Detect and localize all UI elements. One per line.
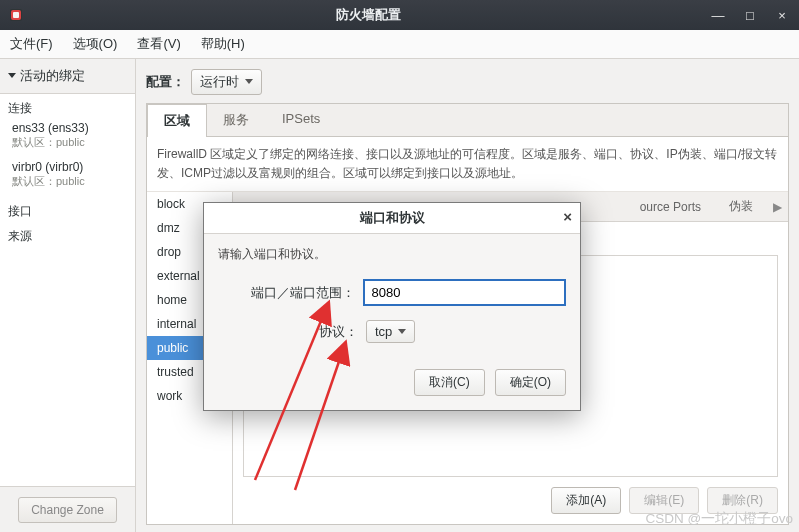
subtab-source-ports[interactable]: ource Ports <box>626 194 715 220</box>
sidebar-active-bindings[interactable]: 活动的绑定 <box>0 59 135 93</box>
sidebar-connection-name: ens33 (ens33) <box>12 121 127 135</box>
window-minimize-icon[interactable]: — <box>711 8 725 23</box>
sidebar-connection-zone: 默认区：public <box>12 174 127 189</box>
ok-button[interactable]: 确定(O) <box>495 369 566 396</box>
cancel-button[interactable]: 取消(C) <box>414 369 485 396</box>
window-titlebar: 防火墙配置 — □ × <box>0 0 799 30</box>
sidebar-connection-item[interactable]: ens33 (ens33) 默认区：public <box>0 119 135 158</box>
sidebar-connection-zone: 默认区：public <box>12 135 127 150</box>
menu-file[interactable]: 文件(F) <box>6 33 57 55</box>
sidebar-interfaces-label: 接口 <box>0 197 135 222</box>
menubar: 文件(F) 选项(O) 查看(V) 帮助(H) <box>0 30 799 59</box>
sidebar-connections-label: 连接 <box>0 94 135 119</box>
config-runtime-dropdown[interactable]: 运行时 <box>191 69 262 95</box>
protocol-value: tcp <box>375 324 392 339</box>
tab-ipsets[interactable]: IPSets <box>266 104 337 136</box>
port-range-label: 端口／端口范围： <box>218 284 363 302</box>
subtab-masquerade[interactable]: 伪装 <box>715 192 767 221</box>
dialog-prompt: 请输入端口和协议。 <box>218 246 566 263</box>
tab-zone[interactable]: 区域 <box>147 104 207 137</box>
port-range-input[interactable] <box>363 279 566 306</box>
config-label: 配置： <box>146 73 185 91</box>
window-close-icon[interactable]: × <box>775 8 789 23</box>
menu-options[interactable]: 选项(O) <box>69 33 122 55</box>
config-runtime-value: 运行时 <box>200 73 239 91</box>
top-tabs: 区域 服务 IPSets <box>147 104 788 137</box>
svg-rect-2 <box>13 12 19 18</box>
subtab-scroll-right-icon[interactable]: ▶ <box>767 196 788 218</box>
sidebar-connection-name: virbr0 (virbr0) <box>12 160 127 174</box>
watermark: CSDN @一坨小橙子ovo <box>646 510 793 528</box>
window-title: 防火墙配置 <box>26 6 711 24</box>
tab-services[interactable]: 服务 <box>207 104 266 136</box>
protocol-dropdown[interactable]: tcp <box>366 320 415 343</box>
dialog-title-text: 端口和协议 <box>360 209 425 227</box>
menu-view[interactable]: 查看(V) <box>133 33 184 55</box>
add-button[interactable]: 添加(A) <box>551 487 621 514</box>
menu-help[interactable]: 帮助(H) <box>197 33 249 55</box>
app-icon <box>6 5 26 25</box>
port-protocol-dialog: 端口和协议 × 请输入端口和协议。 端口／端口范围： 协议： tcp 取消(C)… <box>203 202 581 411</box>
sidebar: 活动的绑定 连接 ens33 (ens33) 默认区：public virbr0… <box>0 59 136 532</box>
sidebar-active-bindings-label: 活动的绑定 <box>20 67 85 85</box>
change-zone-button[interactable]: Change Zone <box>18 497 117 523</box>
sidebar-sources-label: 来源 <box>0 222 135 247</box>
protocol-label: 协议： <box>218 323 366 341</box>
window-maximize-icon[interactable]: □ <box>743 8 757 23</box>
sidebar-connection-item[interactable]: virbr0 (virbr0) 默认区：public <box>0 158 135 197</box>
dialog-titlebar: 端口和协议 × <box>204 203 580 234</box>
zone-description: FirewallD 区域定义了绑定的网络连接、接口以及源地址的可信程度。区域是服… <box>147 137 788 192</box>
dialog-close-icon[interactable]: × <box>563 208 572 225</box>
